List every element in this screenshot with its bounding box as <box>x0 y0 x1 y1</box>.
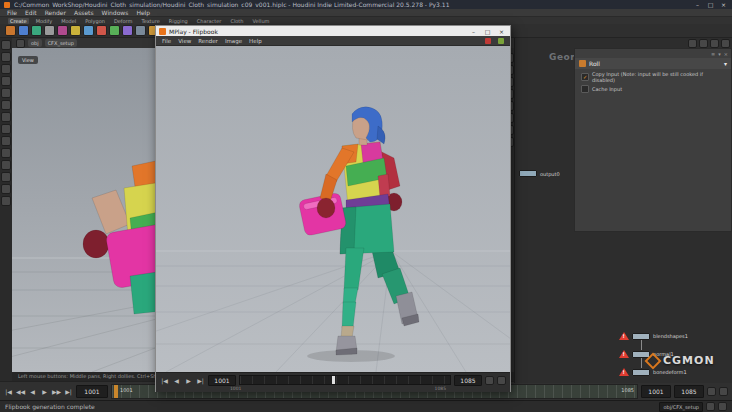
pane-maximize-icon[interactable] <box>721 39 730 48</box>
parameter-node-name[interactable]: Roll <box>589 60 600 67</box>
mplay-settings-icon[interactable] <box>497 376 506 385</box>
current-frame-field[interactable]: 1001 <box>76 385 108 398</box>
copy-input-checkbox[interactable]: ✓ <box>581 73 589 81</box>
tool-icon[interactable] <box>1 160 11 170</box>
mplay-jump-start-button[interactable]: |◀ <box>160 377 169 384</box>
shelf-tool-icon[interactable] <box>70 25 81 36</box>
shelf-tool-icon[interactable] <box>31 25 42 36</box>
playback-options-icon[interactable] <box>707 387 716 396</box>
handles-tool-icon[interactable] <box>1 88 11 98</box>
shelf-tool-icon[interactable] <box>44 25 55 36</box>
tool-icon[interactable] <box>1 196 11 206</box>
shelf-tab[interactable]: Deform <box>112 18 135 24</box>
shelf-tab[interactable]: Rigging <box>167 18 190 24</box>
jump-start-button[interactable]: |◀ <box>4 388 13 395</box>
path-root[interactable]: obj <box>28 39 42 47</box>
mplay-minimize-button[interactable]: – <box>468 28 479 35</box>
mplay-frame-slider[interactable] <box>239 375 451 385</box>
mplay-end-field[interactable]: 1085 <box>454 375 482 386</box>
shelf-tool-icon[interactable] <box>57 25 68 36</box>
next-key-button[interactable]: ▶▶ <box>52 388 61 395</box>
tool-icon[interactable] <box>1 136 11 146</box>
red-channel-icon[interactable] <box>485 38 491 44</box>
close-button[interactable]: × <box>719 1 728 8</box>
range-end-field[interactable]: 1085 <box>674 385 704 398</box>
message-log-icon[interactable] <box>718 402 727 411</box>
shelf-tab[interactable]: Modify <box>34 18 55 24</box>
shelf-tab[interactable]: Texture <box>139 18 161 24</box>
param-close-icon[interactable]: × <box>724 51 728 57</box>
shelf-tool-icon[interactable] <box>122 25 133 36</box>
shelf-tab[interactable]: Create <box>8 18 29 24</box>
mplay-viewport[interactable] <box>156 46 510 372</box>
shelf-tab[interactable]: Character <box>195 18 224 24</box>
current-frame-marker[interactable] <box>114 385 118 398</box>
menu-windows[interactable]: Windows <box>102 9 129 16</box>
tool-icon[interactable] <box>1 184 11 194</box>
tool-icon[interactable] <box>1 172 11 182</box>
mplay-jump-end-button[interactable]: ▶| <box>196 377 205 384</box>
pane-menu-icon[interactable] <box>16 39 25 48</box>
mplay-close-button[interactable]: × <box>496 28 507 35</box>
minimize-button[interactable]: – <box>693 1 702 8</box>
node-output[interactable]: output0 <box>519 170 560 177</box>
cache-input-checkbox[interactable] <box>581 85 589 93</box>
move-tool-icon[interactable] <box>1 52 11 62</box>
key-options-icon[interactable] <box>719 387 728 396</box>
pane-split-icon[interactable] <box>710 39 719 48</box>
mplay-maximize-button[interactable]: □ <box>482 28 493 35</box>
menu-file[interactable]: File <box>7 9 17 16</box>
play-button[interactable]: ▶ <box>40 388 49 395</box>
node-shape[interactable] <box>519 170 537 177</box>
mplay-menu-file[interactable]: File <box>162 38 171 44</box>
maximize-button[interactable]: □ <box>706 1 715 8</box>
tool-icon[interactable] <box>1 148 11 158</box>
snap-tool-icon[interactable] <box>1 112 11 122</box>
shelf-tab[interactable]: Model <box>59 18 78 24</box>
prev-key-button[interactable]: ◀◀ <box>16 388 25 395</box>
shelf-tool-icon[interactable] <box>96 25 107 36</box>
node-shape[interactable] <box>632 333 650 340</box>
node-blendshapes[interactable]: blendshapes1 <box>619 332 688 340</box>
mplay-titlebar[interactable]: MPlay - Flipbook – □ × <box>156 26 510 36</box>
view-tool-icon[interactable] <box>1 124 11 134</box>
step-back-button[interactable]: ◀ <box>28 388 37 395</box>
shelf-tool-icon[interactable] <box>5 25 16 36</box>
shelf-tab[interactable]: Vellum <box>251 18 272 24</box>
mplay-step-back-button[interactable]: ◀ <box>172 377 181 384</box>
select-tool-icon[interactable] <box>1 40 11 50</box>
shelf-tool-icon[interactable] <box>109 25 120 36</box>
mplay-loop-icon[interactable] <box>485 376 494 385</box>
mplay-menu-help[interactable]: Help <box>249 38 262 44</box>
green-channel-icon[interactable] <box>498 38 504 44</box>
scale-tool-icon[interactable] <box>1 76 11 86</box>
mplay-start-field[interactable]: 1001 <box>208 375 236 386</box>
menu-render[interactable]: Render <box>45 9 66 16</box>
node-shape[interactable] <box>632 369 650 376</box>
menu-edit[interactable]: Edit <box>25 9 37 16</box>
mplay-menu-render[interactable]: Render <box>198 38 218 44</box>
path-context[interactable]: CFX_setup <box>45 39 77 47</box>
rotate-tool-icon[interactable] <box>1 64 11 74</box>
param-header-menu-icon[interactable]: ▾ <box>724 60 727 67</box>
menu-help[interactable]: Help <box>136 9 150 16</box>
menu-assets[interactable]: Assets <box>74 9 94 16</box>
mplay-window[interactable]: MPlay - Flipbook – □ × File View Render … <box>155 25 511 392</box>
shelf-tool-icon[interactable] <box>83 25 94 36</box>
network-options-icon[interactable] <box>699 39 708 48</box>
param-dropdown-icon[interactable]: ▾ <box>718 51 721 57</box>
pin-icon[interactable] <box>688 39 697 48</box>
param-list-icon[interactable]: ≡ <box>711 51 715 57</box>
jump-end-button[interactable]: ▶| <box>64 388 73 395</box>
shelf-tool-icon[interactable] <box>135 25 146 36</box>
mplay-menu-image[interactable]: Image <box>225 38 242 44</box>
pose-tool-icon[interactable] <box>1 100 11 110</box>
mplay-menu-view[interactable]: View <box>178 38 191 44</box>
context-path[interactable]: obj/CFX_setup <box>659 402 703 412</box>
shelf-tool-icon[interactable] <box>18 25 29 36</box>
red-channel-icon[interactable] <box>472 38 478 44</box>
mplay-play-button[interactable]: ▶ <box>184 377 193 384</box>
mplay-slider-handle[interactable] <box>332 376 335 384</box>
shelf-tab[interactable]: Polygon <box>83 18 107 24</box>
viewport-view-menu[interactable]: View <box>18 56 38 64</box>
